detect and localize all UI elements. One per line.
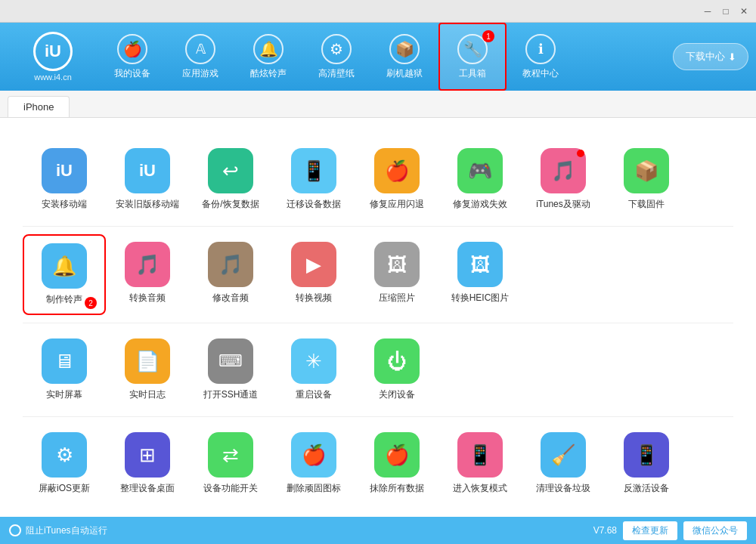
- realtime-screen-label: 实时屏幕: [46, 388, 82, 401]
- compress-photo-label: 压缩照片: [379, 292, 415, 304]
- tool-itunes-driver[interactable]: 🎵 iTunes及驱动: [522, 141, 605, 218]
- nav-label-toolbox: 工具箱: [459, 67, 486, 80]
- tool-modify-audio[interactable]: 🎵 修改音频: [189, 234, 272, 315]
- tool-convert-audio[interactable]: 🎵 转换音频: [106, 234, 189, 315]
- status-right: V7.68 检查更新 微信公众号: [593, 521, 747, 540]
- status-left: 阻止iTunes自动运行: [9, 524, 107, 537]
- install-app-icon: iU: [42, 148, 87, 193]
- ringtones-icon: 🔔: [253, 34, 284, 64]
- install-old-icon: iU: [125, 148, 170, 193]
- logo-icon: iU: [33, 32, 73, 71]
- tool-download-firmware[interactable]: 📦 下载固件: [605, 141, 688, 218]
- close-button[interactable]: ✕: [738, 5, 750, 17]
- tool-convert-video[interactable]: ▶ 转换视频: [272, 234, 355, 315]
- stop-itunes-label: 阻止iTunes自动运行: [26, 524, 107, 537]
- tool-clean-junk[interactable]: 🧹 清理设备垃圾: [522, 425, 605, 502]
- wechat-button[interactable]: 微信公众号: [683, 521, 747, 540]
- tool-install-old[interactable]: iU 安装旧版移动端: [106, 141, 189, 218]
- jailbreak-icon: 📦: [389, 34, 420, 64]
- nav-item-jailbreak[interactable]: 📦 刷机越狱: [370, 23, 438, 91]
- nav-label-wallpaper: 高清壁纸: [318, 67, 355, 80]
- tool-realtime-log[interactable]: 📄 实时日志: [106, 331, 189, 409]
- migrate-data-label: 迁移设备数据: [287, 198, 341, 211]
- tool-anti-activate[interactable]: 📱 反激活设备: [605, 425, 688, 502]
- wallpaper-icon: ⚙: [321, 34, 352, 64]
- compress-photo-icon: 🖼: [374, 242, 420, 287]
- block-ios-update-label: 屏蔽iOS更新: [39, 482, 90, 495]
- maximize-button[interactable]: □: [720, 5, 732, 17]
- recovery-mode-icon: 📱: [457, 432, 503, 478]
- migrate-data-icon: 📱: [291, 148, 336, 193]
- ssh-tunnel-label: 打开SSH通道: [203, 388, 259, 401]
- tool-recovery-mode[interactable]: 📱 进入恢复模式: [438, 425, 522, 502]
- nav-label-ringtones: 酷炫铃声: [250, 67, 287, 80]
- install-old-label: 安装旧版移动端: [116, 198, 179, 211]
- reboot-device-icon: ✳: [291, 338, 336, 384]
- delete-stubborn-icon: 🍎: [291, 432, 336, 478]
- make-ringtone-badge: 2: [85, 297, 97, 309]
- nav-item-wallpaper[interactable]: ⚙ 高清壁纸: [302, 23, 370, 91]
- organize-desktop-label: 整理设备桌面: [120, 482, 175, 495]
- nav-item-toolbox[interactable]: 🔧 工具箱 1: [438, 23, 507, 91]
- itunes-driver-dot: [577, 150, 584, 157]
- tool-delete-stubborn[interactable]: 🍎 删除顽固图标: [272, 425, 355, 502]
- shutdown-device-icon: ⏻: [374, 338, 420, 384]
- tool-device-function[interactable]: ⇄ 设备功能开关: [189, 425, 272, 502]
- nav-label-my-device: 我的设备: [114, 67, 150, 80]
- tool-compress-photo[interactable]: 🖼 压缩照片: [355, 234, 438, 315]
- device-function-icon: ⇄: [208, 432, 253, 478]
- nav-item-tutorials[interactable]: ℹ 教程中心: [507, 23, 575, 91]
- tool-section-3: 🖥 实时屏幕 📄 实时日志 ⌨ 打开SSH通道 ✳ 重启设备 ⏻: [23, 323, 733, 417]
- itunes-driver-icon: 🎵: [541, 148, 586, 193]
- version-label: V7.68: [593, 525, 617, 536]
- convert-heic-icon: 🖼: [457, 242, 503, 287]
- convert-audio-icon: 🎵: [125, 242, 170, 287]
- fix-app-crash-label: 修复应用闪退: [370, 198, 424, 211]
- tool-realtime-screen[interactable]: 🖥 实时屏幕: [23, 331, 106, 409]
- tool-convert-heic[interactable]: 🖼 转换HEIC图片: [438, 234, 522, 315]
- tool-install-app[interactable]: iU 安装移动端: [23, 141, 106, 218]
- tool-block-ios-update[interactable]: ⚙ 屏蔽iOS更新: [23, 425, 106, 502]
- shutdown-device-label: 关闭设备: [379, 388, 415, 401]
- nav-label-tutorials: 教程中心: [522, 67, 559, 80]
- device-function-label: 设备功能开关: [203, 482, 258, 495]
- fix-app-crash-icon: 🍎: [374, 148, 420, 193]
- fix-game-label: 修复游戏失效: [453, 198, 507, 211]
- tool-reboot-device[interactable]: ✳ 重启设备: [272, 331, 355, 409]
- minimize-button[interactable]: ─: [702, 5, 714, 17]
- nav-item-my-device[interactable]: 🍎 我的设备: [98, 23, 166, 91]
- main-content: iU 安装移动端 iU 安装旧版移动端 ↩ 备份/恢复数据 📱 迁移设备数据 🍎: [0, 118, 756, 517]
- tool-fix-game[interactable]: 🎮 修复游戏失效: [438, 141, 522, 218]
- nav-item-ringtones[interactable]: 🔔 酷炫铃声: [234, 23, 302, 91]
- organize-desktop-icon: ⊞: [125, 432, 170, 478]
- tool-section-2: 🔔 制作铃声 2 🎵 转换音频 🎵 修改音频 ▶ 转换视频 🖼: [23, 227, 733, 323]
- install-app-label: 安装移动端: [42, 198, 87, 211]
- download-center-button[interactable]: 下载中心 ⬇: [673, 43, 748, 70]
- tab-iphone[interactable]: iPhone: [8, 96, 70, 117]
- erase-all-label: 抹除所有数据: [370, 482, 424, 495]
- tool-shutdown-device[interactable]: ⏻ 关闭设备: [355, 331, 438, 409]
- nav-item-app-games[interactable]: 𝔸 应用游戏: [166, 23, 234, 91]
- tool-migrate-data[interactable]: 📱 迁移设备数据: [272, 141, 355, 218]
- tool-ssh-tunnel[interactable]: ⌨ 打开SSH通道: [189, 331, 272, 409]
- download-firmware-label: 下载固件: [628, 198, 665, 211]
- logo-area: iU www.i4.cn: [8, 32, 98, 82]
- convert-video-label: 转换视频: [296, 292, 332, 304]
- tool-backup-restore[interactable]: ↩ 备份/恢复数据: [189, 141, 272, 218]
- realtime-log-label: 实时日志: [129, 388, 166, 401]
- titlebar: ─ □ ✕: [0, 0, 756, 23]
- realtime-log-icon: 📄: [125, 338, 170, 384]
- nav-label-app-games: 应用游戏: [182, 67, 218, 80]
- tool-organize-desktop[interactable]: ⊞ 整理设备桌面: [106, 425, 189, 502]
- tool-make-ringtone[interactable]: 🔔 制作铃声 2: [23, 234, 106, 315]
- tool-erase-all[interactable]: 🍎 抹除所有数据: [355, 425, 438, 502]
- download-firmware-icon: 📦: [624, 148, 669, 193]
- check-update-button[interactable]: 检查更新: [623, 521, 677, 540]
- anti-activate-label: 反激活设备: [624, 482, 669, 495]
- backup-restore-icon: ↩: [208, 148, 253, 193]
- tool-fix-app-crash[interactable]: 🍎 修复应用闪退: [355, 141, 438, 218]
- make-ringtone-icon: 🔔: [42, 243, 87, 289]
- block-ios-update-icon: ⚙: [42, 432, 87, 478]
- fix-game-icon: 🎮: [457, 148, 503, 193]
- itunes-driver-label: iTunes及驱动: [536, 198, 590, 211]
